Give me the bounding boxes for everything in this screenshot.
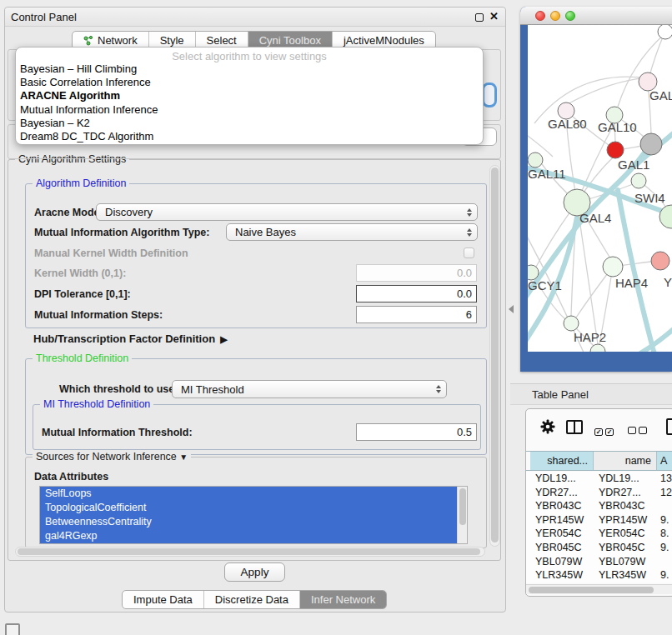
attribute-item-topologicalcoefficient[interactable]: TopologicalCoefficient: [40, 501, 457, 515]
network-node-label: GAL80: [548, 117, 587, 131]
table-cell: 12: [660, 486, 672, 499]
apply-button[interactable]: Apply: [224, 562, 285, 582]
tab-infer-network[interactable]: Infer Network: [300, 591, 386, 608]
mi-type-combo[interactable]: Naive Bayes: [226, 223, 478, 241]
aracne-mode-combo[interactable]: Discovery: [96, 203, 478, 221]
network-node-GAL1[interactable]: [607, 142, 624, 158]
attributes-scrollbar-thumb[interactable]: [459, 488, 466, 525]
column-header-clipped[interactable]: A: [657, 452, 672, 470]
app-screen: Control Panel ✕ Network Style Se: [0, 0, 672, 635]
combo-arrows-icon: [436, 385, 441, 393]
column-header-name[interactable]: name: [594, 452, 657, 470]
mi-threshold-field[interactable]: 0.5: [356, 423, 477, 441]
restore-panel-icon[interactable]: [5, 623, 20, 635]
which-threshold-combo[interactable]: MI Threshold: [172, 380, 447, 398]
table-row[interactable]: YPR145WYPR145W9.: [526, 513, 672, 528]
table-cell: YPR145W: [535, 513, 584, 527]
settings-horizontal-scrollbar[interactable]: [15, 547, 485, 557]
table-row[interactable]: YDR27...YDR27...12: [526, 486, 672, 500]
option-basic-correlation[interactable]: Basic Correlation Inference: [16, 76, 483, 89]
table-cell: YDL19...: [599, 472, 639, 485]
mi-steps-field[interactable]: 6: [356, 306, 477, 323]
table-cell: YLR345W: [535, 568, 583, 582]
table-cell: YPR145W: [599, 513, 647, 527]
select-all-checks-icon[interactable]: ✓✓: [594, 424, 614, 437]
table-row[interactable]: YER054CYER054C8.: [526, 527, 672, 541]
mi-threshold-group-title: MI Threshold Definition: [40, 398, 153, 410]
sources-group-title[interactable]: Sources for Network Inference ▼: [33, 451, 191, 462]
table-cell: YDR27...: [599, 486, 641, 499]
network-edge[interactable]: [566, 78, 640, 105]
bottom-tab-bar: Impute Data Discretize Data Infer Networ…: [122, 590, 387, 609]
table-cell: YER054C: [535, 527, 582, 540]
algorithm-definition-title: Algorithm Definition: [33, 178, 129, 189]
column-header-shared-name[interactable]: shared...: [530, 452, 594, 470]
table-panel-header: Table Panel: [510, 383, 672, 405]
table-row[interactable]: YBR043CYBR043C: [526, 499, 672, 513]
hub-definition-expander[interactable]: Hub/Transcription Factor Definition▶: [33, 332, 228, 345]
document-icon[interactable]: [666, 418, 672, 435]
dpi-tolerance-field[interactable]: 0.0: [356, 285, 477, 302]
table-cell: 13: [660, 472, 672, 485]
option-mutual-information[interactable]: Mutual Information Inference: [16, 103, 483, 117]
collapsed-arrow-icon: ▶: [220, 334, 227, 344]
network-node-label: GAL10: [598, 120, 637, 134]
which-threshold-value: MI Threshold: [181, 383, 244, 396]
network-node-label: GCY1: [528, 278, 562, 292]
settings-vertical-scrollbar-thumb[interactable]: [491, 168, 499, 542]
network-node-Y[interactable]: [651, 252, 669, 270]
clear-all-checks-icon[interactable]: [628, 424, 647, 437]
settings-horizontal-scrollbar-thumb[interactable]: [18, 548, 480, 555]
settings-vertical-scrollbar[interactable]: [489, 165, 500, 547]
float-window-icon[interactable]: [475, 13, 484, 22]
attribute-item-betweennesscentrality[interactable]: BetweennessCentrality: [40, 515, 457, 529]
network-node[interactable]: [658, 25, 672, 39]
table-row[interactable]: YLR345WYLR345W9.: [526, 568, 672, 582]
kernel-width-field[interactable]: 0.0: [356, 264, 477, 282]
option-bayesian-k2[interactable]: Bayesian – K2: [16, 117, 483, 130]
algorithm-definition-group: Algorithm Definition Aracne Mode: Discov…: [25, 183, 487, 328]
option-dream8[interactable]: Dream8 DC_TDC Algorithm: [16, 130, 483, 143]
network-window-titlebar[interactable]: [520, 7, 672, 25]
panel-splitter-grip[interactable]: [509, 305, 514, 313]
network-node-SWI4[interactable]: [631, 173, 646, 188]
table-row[interactable]: YBL079WYBL079W: [526, 555, 672, 569]
aracne-mode-label: Aracne Mode:: [34, 207, 103, 218]
network-node[interactable]: [640, 133, 662, 155]
network-canvas[interactable]: GALGAL80GAL10GAL1GAL11SWI4GAL4HAP4YGCY1H…: [528, 25, 672, 352]
table-horizontal-scrollbar-thumb[interactable]: [529, 587, 654, 593]
cyni-algorithm-settings-group: Cyni Algorithm Settings Algorithm Defini…: [8, 159, 501, 561]
option-bayesian-hill-climbing[interactable]: Bayesian – Hill Climbing: [16, 62, 483, 76]
table-row[interactable]: YDL19...YDL19...13: [526, 472, 672, 486]
threshold-definition-group: Threshold Definition Which threshold to …: [25, 358, 487, 455]
tab-impute-data[interactable]: Impute Data: [123, 591, 204, 608]
tab-discretize-data[interactable]: Discretize Data: [204, 591, 300, 608]
network-node-GAL11[interactable]: [528, 152, 543, 168]
attributes-scrollbar[interactable]: [457, 487, 467, 543]
gear-icon[interactable]: [539, 418, 556, 438]
sources-group: Sources for Network Inference ▼ Data Att…: [25, 457, 487, 548]
minimize-traffic-light[interactable]: [550, 11, 560, 21]
close-icon[interactable]: ✕: [489, 10, 499, 22]
network-icon: [83, 36, 93, 46]
close-traffic-light[interactable]: [535, 11, 545, 21]
table-cell: 9.: [660, 568, 669, 582]
network-node-label: Y: [664, 275, 672, 289]
attribute-item-gal4rgexp[interactable]: gal4RGexp: [40, 529, 457, 543]
data-attributes-list: SelfLoops TopologicalCoefficient Between…: [39, 486, 468, 544]
zoom-traffic-light[interactable]: [565, 11, 575, 21]
table-cell: YBR043C: [599, 499, 645, 512]
table-row[interactable]: YBR045CYBR045C9.: [526, 541, 672, 555]
focused-combo-arrow-fragment[interactable]: [482, 82, 497, 108]
columns-icon[interactable]: [566, 420, 583, 434]
attribute-item-selfloops[interactable]: SelfLoops: [40, 487, 457, 501]
table-cell: YBR043C: [535, 499, 582, 512]
table-body: YDL19...YDL19...13YDR27...YDR27...12YBR0…: [526, 472, 672, 582]
mi-type-value: Naive Bayes: [235, 226, 296, 238]
network-node-HAP2[interactable]: [564, 316, 579, 331]
table-horizontal-scrollbar[interactable]: [526, 584, 672, 594]
network-node-HAP4[interactable]: [603, 257, 623, 277]
manual-kernel-checkbox[interactable]: [464, 248, 474, 258]
option-aracne[interactable]: ARACNE Algorithm: [16, 89, 483, 102]
network-node-label: GAL4: [579, 211, 611, 225]
